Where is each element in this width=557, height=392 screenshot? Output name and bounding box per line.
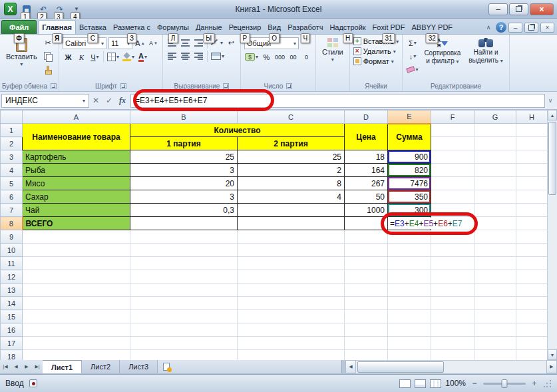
sort-filter-button[interactable]: АЯ Сортировка и фильтр ▾ (421, 37, 463, 81)
col-header[interactable]: F (431, 110, 474, 124)
cell[interactable] (474, 124, 516, 137)
dialog-launcher-icon[interactable] (51, 83, 57, 89)
workbook-close-button[interactable]: × (540, 23, 554, 33)
cell[interactable]: Сахар (23, 190, 130, 204)
cell[interactable] (388, 284, 431, 297)
cell[interactable] (388, 323, 431, 337)
cell[interactable] (130, 284, 238, 297)
cell[interactable] (516, 124, 548, 137)
cell[interactable] (130, 257, 238, 270)
currency-format-button[interactable]: $▾ (244, 51, 259, 63)
cell[interactable]: 8 (238, 177, 345, 190)
cell[interactable]: =E3+E4+E5+E6+E7 (388, 217, 431, 230)
tab-Данные[interactable]: ДанныеЫ (192, 21, 226, 34)
cell[interactable]: 2 (238, 164, 345, 177)
format-cells-button[interactable]: Формат ▾ (353, 57, 399, 65)
cell[interactable] (516, 244, 548, 257)
name-box[interactable]: ИНДЕКС ▾ (1, 94, 89, 108)
row-header[interactable]: 9 (1, 230, 23, 244)
cell[interactable]: Чай (23, 204, 130, 217)
col-header[interactable]: G (474, 110, 516, 124)
cell[interactable] (238, 217, 345, 230)
cell[interactable]: 7476 (388, 177, 431, 190)
cell[interactable] (516, 137, 548, 150)
cell[interactable] (431, 297, 474, 310)
clear-button[interactable]: ▾ (406, 64, 419, 75)
cell[interactable] (345, 323, 388, 337)
cell[interactable] (23, 297, 130, 310)
cell[interactable] (345, 270, 388, 284)
merge-center-button[interactable]: ▾ (210, 51, 225, 62)
horizontal-scroll-thumb[interactable] (357, 361, 444, 373)
cell[interactable]: 2 партия (238, 137, 345, 150)
cell[interactable] (474, 190, 516, 204)
cell[interactable] (345, 217, 388, 230)
fill-button[interactable]: ↓▾ (406, 51, 419, 62)
qat-customize-button[interactable]: ▼ 4 (70, 3, 83, 15)
cell[interactable]: 820 (388, 164, 431, 177)
cell[interactable] (516, 284, 548, 297)
cell[interactable] (516, 230, 548, 244)
row-header[interactable]: 5 (1, 177, 23, 190)
cell[interactable] (431, 150, 474, 164)
cell[interactable] (130, 297, 238, 310)
tab-Вставка[interactable]: ВставкаС (76, 21, 110, 34)
dialog-launcher-icon[interactable] (223, 83, 229, 89)
cell[interactable] (516, 270, 548, 284)
cell[interactable] (388, 337, 431, 350)
cell[interactable] (130, 230, 238, 244)
cell[interactable] (345, 230, 388, 244)
cell[interactable] (388, 244, 431, 257)
cell[interactable] (516, 190, 548, 204)
first-sheet-button[interactable]: |◀ (0, 360, 11, 373)
cell[interactable] (474, 323, 516, 337)
vertical-scrollbar[interactable]: ▲ ▼ (547, 110, 557, 360)
cell[interactable]: Количество (130, 124, 345, 137)
cell[interactable] (516, 164, 548, 177)
tab-Рецензир[interactable]: РецензирР (226, 21, 265, 34)
cell[interactable] (130, 270, 238, 284)
cell[interactable] (474, 337, 516, 350)
cell[interactable] (23, 270, 130, 284)
row-header[interactable]: 1 (1, 124, 23, 137)
cell[interactable] (238, 284, 345, 297)
cell[interactable] (516, 323, 548, 337)
scroll-right-button[interactable]: ▶ (546, 360, 557, 373)
enter-formula-button[interactable]: ✓ (102, 94, 116, 108)
cell[interactable] (23, 310, 130, 323)
collapse-ribbon-button[interactable]: ∧ (483, 23, 494, 33)
tab-Разработч[interactable]: РазработчЧ (284, 21, 326, 34)
row-header[interactable]: 12 (1, 270, 23, 284)
cell[interactable] (474, 350, 516, 361)
cell[interactable]: Сумма (388, 124, 431, 150)
cell[interactable]: 3 (130, 190, 238, 204)
row-header[interactable]: 16 (1, 323, 23, 337)
cell[interactable]: 300 (388, 204, 431, 217)
cell[interactable]: 0,3 (130, 204, 238, 217)
cell[interactable] (238, 350, 345, 361)
font-name-select[interactable]: Calibri ▾ (63, 37, 106, 49)
zoom-level[interactable]: 100% (445, 379, 466, 388)
cell[interactable]: 25 (130, 150, 238, 164)
comma-format-button[interactable]: 000 (274, 51, 285, 63)
tab-Разметка с[interactable]: Разметка сЗ (110, 21, 154, 34)
tab-Файл[interactable]: ФайлФ (1, 20, 37, 34)
cell[interactable] (345, 350, 388, 361)
dialog-launcher-icon[interactable] (120, 83, 126, 89)
workbook-restore-button[interactable] (524, 23, 538, 33)
horizontal-scrollbar[interactable]: ◀ ▶ (345, 360, 557, 373)
cell[interactable] (474, 217, 516, 230)
cell[interactable]: Цена (345, 124, 388, 150)
cell[interactable] (474, 270, 516, 284)
cell[interactable] (345, 284, 388, 297)
cell[interactable]: 1 партия (130, 137, 238, 150)
cell[interactable]: 350 (388, 190, 431, 204)
vertical-scroll-track[interactable] (548, 120, 557, 349)
cell[interactable] (238, 257, 345, 270)
next-sheet-button[interactable]: ▶ (21, 360, 32, 373)
cell[interactable] (23, 284, 130, 297)
row-header[interactable]: 17 (1, 337, 23, 350)
col-header[interactable]: C (238, 110, 345, 124)
zoom-in-button[interactable]: + (530, 379, 539, 388)
cell[interactable]: 1000 (345, 204, 388, 217)
